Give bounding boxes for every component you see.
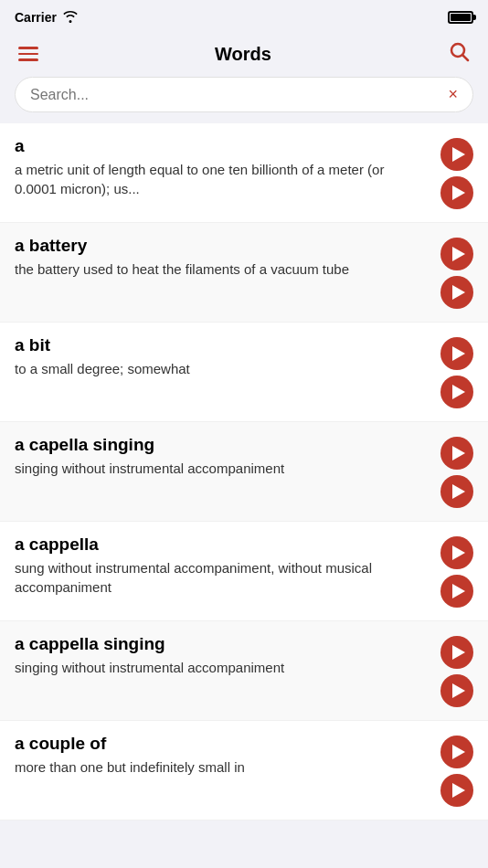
- list-item: a cappellasung without instrumental acco…: [0, 522, 488, 621]
- clear-search-button[interactable]: ×: [440, 85, 458, 104]
- play-button[interactable]: [440, 176, 473, 209]
- word-content: a batterythe battery used to heat the fi…: [15, 236, 440, 279]
- word-title: a bit: [15, 335, 430, 355]
- word-content: a couple ofmore than one but indefinitel…: [15, 734, 440, 777]
- carrier-info: Carrier: [15, 10, 79, 26]
- word-content: aa metric unit of length equal to one te…: [15, 136, 440, 198]
- play-button[interactable]: [440, 736, 473, 768]
- word-content: a cappella singingsinging without instru…: [15, 634, 440, 677]
- word-definition: singing without instrumental accompanime…: [15, 658, 430, 677]
- word-definition: the battery used to heat the filaments o…: [15, 259, 430, 279]
- list-item: aa metric unit of length equal to one te…: [0, 123, 488, 223]
- play-button[interactable]: [440, 376, 473, 408]
- play-buttons: [440, 236, 473, 309]
- word-list: aa metric unit of length equal to one te…: [0, 123, 488, 820]
- word-title: a cappella singing: [15, 634, 430, 654]
- play-button[interactable]: [440, 238, 473, 270]
- search-bar: ×: [0, 77, 488, 123]
- word-definition: sung without instrumental accompaniment,…: [15, 558, 430, 597]
- play-button[interactable]: [440, 575, 473, 608]
- word-definition: more than one but indefinitely small in: [15, 757, 430, 777]
- word-definition: to a small degree; somewhat: [15, 359, 430, 378]
- search-input[interactable]: [30, 87, 440, 103]
- play-button[interactable]: [440, 276, 473, 309]
- list-item: a capella singingsinging without instrum…: [0, 422, 488, 522]
- wifi-icon: [62, 10, 79, 26]
- word-content: a cappellasung without instrumental acco…: [15, 535, 440, 597]
- word-content: a capella singingsinging without instrum…: [15, 435, 440, 478]
- play-button[interactable]: [440, 475, 473, 508]
- hamburger-icon: [18, 47, 38, 61]
- list-item: a batterythe battery used to heat the fi…: [0, 223, 488, 323]
- play-buttons: [440, 634, 473, 707]
- play-buttons: [440, 535, 473, 608]
- word-title: a battery: [15, 236, 430, 256]
- play-button[interactable]: [440, 636, 473, 669]
- play-buttons: [440, 435, 473, 508]
- battery-status: [448, 11, 473, 24]
- word-definition: singing without instrumental accompanime…: [15, 459, 430, 478]
- list-item: a couple ofmore than one but indefinitel…: [0, 721, 488, 820]
- word-title: a: [15, 136, 430, 156]
- play-button[interactable]: [440, 536, 473, 569]
- status-bar: Carrier: [0, 0, 488, 31]
- play-buttons: [440, 734, 473, 807]
- list-item: a bitto a small degree; somewhat: [0, 323, 488, 422]
- play-button[interactable]: [440, 674, 473, 707]
- menu-button[interactable]: [15, 43, 42, 65]
- list-item: a cappella singingsinging without instru…: [0, 621, 488, 721]
- word-title: a couple of: [15, 734, 430, 754]
- search-input-container: ×: [15, 77, 473, 112]
- page-title: Words: [215, 44, 271, 65]
- play-button[interactable]: [440, 437, 473, 470]
- play-button[interactable]: [440, 337, 473, 370]
- word-title: a cappella: [15, 535, 430, 555]
- carrier-label: Carrier: [15, 10, 57, 25]
- word-title: a capella singing: [15, 435, 430, 455]
- search-nav-button[interactable]: [444, 37, 473, 71]
- play-button[interactable]: [440, 138, 473, 171]
- nav-bar: Words: [0, 31, 488, 77]
- battery-icon: [448, 11, 473, 24]
- svg-line-1: [462, 56, 468, 61]
- play-buttons: [440, 136, 473, 209]
- word-content: a bitto a small degree; somewhat: [15, 335, 440, 378]
- word-definition: a metric unit of length equal to one ten…: [15, 160, 430, 198]
- play-buttons: [440, 335, 473, 408]
- play-button[interactable]: [440, 774, 473, 807]
